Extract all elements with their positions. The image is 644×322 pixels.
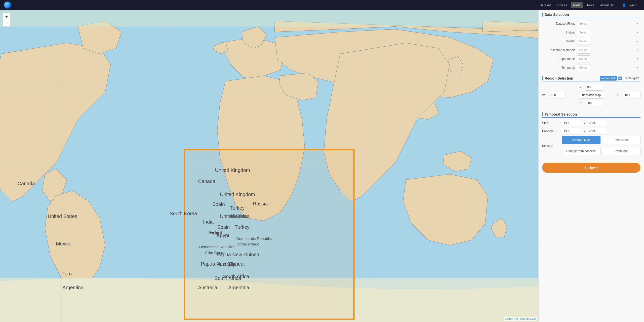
north-input[interactable] [586, 84, 603, 91]
signin-button[interactable]: 👤 Sign in [620, 2, 640, 8]
nav-tools[interactable]: Tools [584, 2, 596, 8]
osm-link[interactable]: © OpenStreetMap [516, 318, 536, 320]
app-logo [4, 2, 11, 9]
west-label: W: [542, 94, 547, 97]
avg-map-button[interactable]: Average Map [562, 136, 600, 144]
region-tab-group: rectangle1 rectangle2 [600, 76, 640, 81]
plot-row-1: Average Map Time-Series [562, 136, 640, 144]
baseline-dash: - [584, 129, 585, 133]
east-label: E: [617, 94, 622, 97]
indice-row: Indice: Select [542, 29, 640, 36]
section-bar-temporal [542, 112, 543, 116]
section-bar-region [542, 76, 543, 80]
trend-map-button[interactable]: Trend Map [602, 147, 641, 155]
plot-row-2: Change from baseline Trend Map [562, 147, 640, 155]
zoom-out-button[interactable]: − [3, 20, 10, 26]
south-input[interactable] [586, 100, 603, 106]
ensemble-wrapper: Select [577, 47, 640, 54]
label-southkorea-left: South Korea [170, 211, 197, 216]
baseline-from-input[interactable] [562, 128, 582, 134]
main-layout: + − [0, 10, 644, 322]
model-select[interactable]: Select [577, 38, 590, 45]
label-australia-mid: Australia [217, 262, 236, 267]
temporal-selection-header: Temporal Selection [542, 112, 640, 118]
experiment-wrapper: Select [577, 55, 640, 62]
data-selection-title: Data Selection [545, 13, 569, 17]
ensemble-row: Ensemble Member: Select [542, 47, 640, 54]
dataset-filter-wrapper: Select [577, 20, 640, 27]
temporal-filter-select[interactable]: Select [577, 64, 590, 71]
label-usa: United States [48, 213, 77, 219]
dataset-filter-row: Dataset Filter: Select [542, 20, 640, 27]
match-map-button[interactable]: 🗺 Match Map [579, 92, 604, 99]
sidebar: Data Selection Dataset Filter: Select In… [538, 10, 644, 322]
model-wrapper: Select [577, 38, 640, 45]
dataset-filter-select[interactable]: Select [577, 20, 590, 27]
east-input[interactable] [623, 92, 640, 98]
region-selection-section: Region Selection rectangle1 rectangle2 N… [539, 74, 644, 110]
label-drc-left: Democratic Republic [199, 245, 235, 249]
dataset-filter-label: Dataset Filter: [542, 22, 575, 25]
label-drcongo-mid: Democratic Republic [236, 236, 272, 241]
world-map[interactable]: Russia Canada United States Mexico Peru … [0, 10, 538, 322]
change-baseline-button[interactable]: Change from baseline [562, 147, 600, 155]
nav-indices[interactable]: Indices [554, 2, 570, 8]
north-coord: N: [580, 84, 603, 91]
nav-about[interactable]: About Us [598, 2, 616, 8]
coordinates-container: N: W: 🗺 Match Map E: [542, 84, 640, 106]
label-argentina-mid: Argentina [228, 285, 249, 290]
model-label: Model: [542, 40, 575, 43]
west-input[interactable] [548, 92, 566, 98]
ensemble-select[interactable]: Select [577, 47, 590, 54]
map-area[interactable]: + − [0, 10, 538, 322]
region-tab-2[interactable]: rectangle2 [623, 76, 640, 81]
temporal-filter-row: Temporal: Select [542, 64, 640, 71]
baseline-label: Baseline: [542, 129, 560, 133]
label-peru: Peru [61, 271, 72, 276]
nav-dataset[interactable]: Dataset [537, 2, 553, 8]
start-from-input[interactable] [562, 120, 582, 126]
label-mexico-mid: Mexico [231, 213, 247, 219]
navbar: Dataset Indices Plots Tools About Us 👤 S… [0, 0, 644, 10]
region-tab-1[interactable]: rectangle1 [600, 76, 617, 81]
section-bar-data [542, 13, 543, 17]
label-turkey-mid: Turkey [235, 224, 250, 230]
middle-row: W: 🗺 Match Map E: [542, 92, 640, 99]
time-series-button[interactable]: Time-Series [602, 136, 641, 144]
label-russia-mid: Russia [253, 201, 268, 206]
temporal-filter-label: Temporal: [542, 66, 575, 69]
region-header-left: Region Selection [542, 76, 573, 80]
label-png-mid: Papua New Guinea; [217, 252, 261, 257]
temporal-selection-title: Temporal Selection [545, 112, 577, 116]
baseline-row: Baseline: - [542, 128, 640, 134]
north-row: N: [542, 84, 640, 91]
map-attribution: Leaflet | © OpenStreetMap [504, 317, 538, 321]
label-mexico: Mexico [56, 241, 71, 246]
submit-button[interactable]: Submit [542, 163, 640, 173]
start-to-input[interactable] [587, 120, 607, 126]
label-spain-left: Spain [212, 201, 225, 207]
south-row: S: [542, 100, 640, 106]
region-tab1-checkbox[interactable] [618, 77, 622, 80]
temporal-selection-section: Temporal Selection Start: - Baseline: - … [539, 110, 644, 160]
south-coord: S: [580, 100, 603, 106]
label-uk-mid: United Kingdom [220, 192, 255, 197]
indice-select[interactable]: Select [577, 29, 590, 36]
map-icon: 🗺 [582, 94, 585, 97]
label-turkey-left: Turkey [230, 205, 245, 211]
nav-links: Dataset Indices Plots Tools About Us 👤 S… [537, 2, 640, 8]
label-spain-mid: Spain [217, 224, 230, 230]
experiment-select[interactable]: Select [577, 55, 590, 62]
start-label: Start: [542, 121, 560, 125]
data-selection-section: Data Selection Dataset Filter: Select In… [539, 10, 644, 74]
start-row: Start: - [542, 120, 640, 126]
label-canada-mid: Canada [198, 178, 215, 184]
ensemble-label: Ensemble Member: [542, 48, 575, 52]
indice-label: Indice: [542, 31, 575, 34]
indice-wrapper: Select [577, 29, 640, 36]
leaflet-link[interactable]: Leaflet [505, 318, 513, 320]
nav-plots[interactable]: Plots [571, 2, 583, 8]
baseline-to-input[interactable] [587, 128, 607, 134]
zoom-in-button[interactable]: + [3, 13, 10, 20]
label-india-left: India [203, 219, 214, 225]
